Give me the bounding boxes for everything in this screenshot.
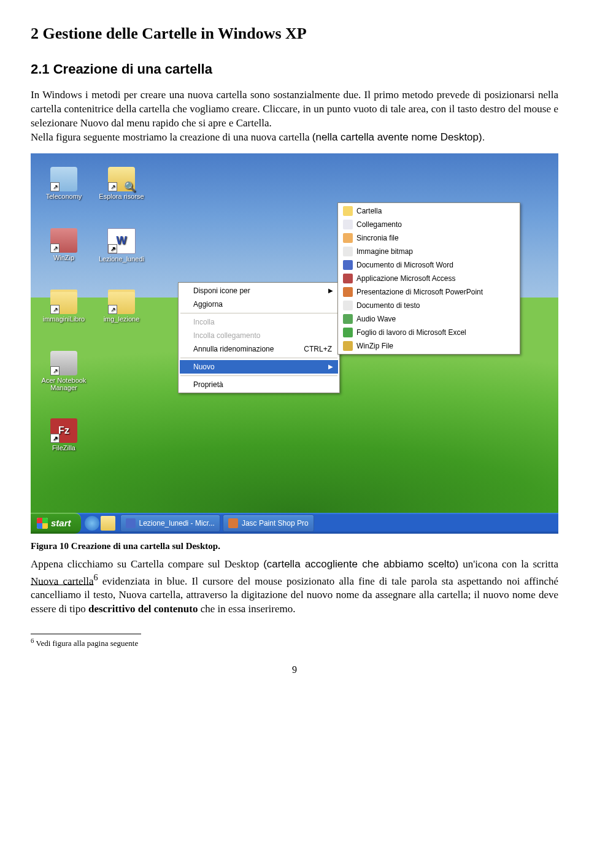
windows-flag-icon — [37, 518, 48, 529]
intro-text-c: (nella cartella avente nome Desktop). — [312, 131, 485, 143]
menu-item-nuovo[interactable]: Nuovo▶ — [180, 360, 338, 374]
submenu-item-label: Documento di testo — [356, 301, 420, 310]
filetype-icon — [343, 314, 353, 324]
submenu-item-label: Foglio di lavoro di Microsoft Excel — [356, 328, 466, 337]
desktop-icon-label: WinZip — [39, 254, 88, 261]
menu-item-label: Disponi icone per — [193, 286, 250, 295]
desktop-context-menu[interactable]: Disponi icone per▶AggiornaIncollaIncolla… — [178, 282, 340, 393]
shortcut-arrow-icon: ↗ — [50, 244, 60, 253]
taskbar-app-icon — [228, 518, 238, 528]
menu-separator — [180, 375, 337, 376]
start-label: start — [51, 518, 71, 528]
p2-e: che in essa inseriremo. — [198, 603, 295, 615]
filetype-icon — [343, 274, 353, 283]
new-submenu[interactable]: CartellaCollegamentoSincronia fileImmagi… — [337, 202, 520, 355]
filetype-icon — [343, 247, 353, 256]
subsection-heading: 2.1 Creazione di una cartella — [31, 61, 558, 77]
menu-item-label: Incolla collegamento — [193, 331, 260, 340]
shortcut-arrow-icon: ↗ — [108, 244, 117, 253]
shortcut-arrow-icon: ↗ — [50, 182, 60, 191]
menu-item-annulla-ridenominazione[interactable]: Annulla ridenominazioneCTRL+Z — [180, 342, 338, 356]
menu-item-aggiorna[interactable]: Aggiorna — [180, 298, 338, 311]
submenu-item-documento-di-testo[interactable]: Documento di testo — [339, 299, 518, 312]
desktop-icon-label: Teleconomy — [39, 193, 88, 200]
taskbar-app-icon — [126, 518, 136, 528]
desktop-icon-teleconomy[interactable]: ↗Teleconomy — [39, 167, 88, 200]
submenu-item-label: Cartella — [356, 207, 382, 215]
menu-item-label: Annulla ridenominazione — [193, 345, 274, 353]
shortcut-arrow-icon: ↗ — [108, 182, 117, 191]
footnote: 6 Vedi figura alla pagina seguente — [31, 637, 558, 648]
shortcut-arrow-icon: ↗ — [50, 366, 60, 375]
submenu-item-audio-wave[interactable]: Audio Wave — [339, 312, 518, 326]
fz-icon: Fz↗ — [50, 418, 77, 443]
submenu-arrow-icon: ▶ — [328, 363, 333, 370]
desktop-icon-winzip[interactable]: ↗WinZip — [39, 228, 88, 261]
submenu-item-label: WinZip File — [356, 342, 393, 350]
menu-item-label: Nuovo — [193, 363, 215, 371]
taskbar: start Lezione_lunedi - Micr...Jasc Paint… — [31, 513, 558, 534]
menu-item-incolla: Incolla — [180, 315, 338, 329]
p2-a: Appena clicchiamo su Cartella compare su… — [31, 558, 263, 570]
taskbar-item-jasc-paint-shop-pro[interactable]: Jasc Paint Shop Pro — [223, 515, 314, 532]
desktop-icon-acer-notebook-manager[interactable]: ↗Acer Notebook Manager — [39, 351, 88, 391]
ie-icon[interactable] — [85, 516, 99, 531]
menu-item-label: Aggiorna — [193, 300, 223, 309]
taskbar-item-label: Jasc Paint Shop Pro — [242, 519, 309, 528]
quicklaunch — [85, 516, 115, 531]
desktop-icon-immaginilibro[interactable]: ↗immaginiLibro — [39, 290, 88, 323]
followup-paragraph: Appena clicchiamo su Cartella compare su… — [31, 558, 558, 616]
shortcut-arrow-icon: ↗ — [50, 434, 60, 443]
submenu-item-cartella[interactable]: Cartella — [339, 204, 518, 218]
desktop-icon-label: Lezione_lunedi — [97, 255, 146, 263]
figure-caption: Figura 10 Creazione di una cartella sul … — [31, 541, 558, 551]
shortcut-arrow-icon: ↗ — [108, 305, 117, 314]
menu-separator — [180, 313, 337, 313]
menu-item-label: Incolla — [193, 318, 215, 326]
taskbar-item-lezione-lunedi-micr-[interactable]: Lezione_lunedi - Micr... — [120, 515, 220, 532]
p2-link: Nuova cartella — [31, 575, 94, 586]
desktop-icon-label: Esplora risorse — [97, 193, 146, 200]
menu-item-disponi-icone-per[interactable]: Disponi icone per▶ — [180, 284, 338, 298]
desktop-icon-filezilla[interactable]: Fz↗FileZilla — [39, 418, 88, 451]
shortcut-arrow-icon: ↗ — [50, 305, 60, 314]
menu-item-propriet-[interactable]: Proprietà — [180, 378, 338, 391]
winzip-icon: ↗ — [50, 228, 77, 253]
printer-icon: ↗ — [50, 351, 77, 375]
filetype-icon — [343, 287, 353, 297]
submenu-item-applicazione-microsoft-access[interactable]: Applicazione Microsoft Access — [339, 272, 518, 285]
p2-b: (cartella accogliente che abbiamo scelto… — [263, 558, 458, 570]
submenu-item-sincronia-file[interactable]: Sincronia file — [339, 231, 518, 245]
desktop-icon-esplora-risorse[interactable]: ↗Esplora risorse — [97, 167, 146, 200]
filetype-icon — [343, 341, 353, 351]
submenu-item-label: Audio Wave — [356, 315, 396, 323]
intro-text-a: In Windows i metodi per creare una nuova… — [31, 89, 558, 129]
submenu-item-presentazione-di-microsoft-powerpoint[interactable]: Presentazione di Microsoft PowerPoint — [339, 285, 518, 299]
desktop-icon-img-lezione[interactable]: ↗img_lezione — [97, 290, 146, 323]
start-button[interactable]: start — [31, 513, 81, 534]
folder-icon[interactable] — [101, 516, 115, 531]
folder-icon: ↗ — [50, 290, 77, 314]
submenu-item-documento-di-microsoft-word[interactable]: Documento di Microsoft Word — [339, 258, 518, 272]
submenu-item-collegamento[interactable]: Collegamento — [339, 218, 518, 231]
intro-text-b: Nella figura seguente mostriamo la creaz… — [31, 131, 312, 143]
desktop-icon-lezione-lunedi[interactable]: W↗Lezione_lunedi — [97, 228, 146, 263]
submenu-item-immagine-bitmap[interactable]: Immagine bitmap — [339, 245, 518, 258]
submenu-item-winzip-file[interactable]: WinZip File — [339, 339, 518, 353]
submenu-item-label: Sincronia file — [356, 234, 399, 242]
winxp-desktop-screenshot: ↗Teleconomy↗Esplora risorse↗WinZipW↗Lezi… — [31, 153, 558, 534]
desktop-icon-label: FileZilla — [39, 444, 88, 451]
menu-shortcut: CTRL+Z — [304, 345, 332, 353]
filetype-icon — [343, 233, 353, 243]
submenu-item-label: Applicazione Microsoft Access — [356, 274, 455, 283]
intro-paragraph: In Windows i metodi per creare una nuova… — [31, 88, 558, 145]
folder-tools-icon: ↗ — [50, 167, 77, 191]
submenu-item-label: Immagine bitmap — [356, 247, 413, 256]
folder-icon: ↗ — [108, 290, 135, 314]
desktop-icon-label: Acer Notebook Manager — [39, 377, 88, 391]
p2-sup: 6 — [94, 572, 98, 582]
menu-separator — [180, 358, 337, 358]
submenu-item-foglio-di-lavoro-di-microsoft-excel[interactable]: Foglio di lavoro di Microsoft Excel — [339, 326, 518, 339]
menu-item-label: Proprietà — [193, 380, 223, 389]
filetype-icon — [343, 301, 353, 310]
